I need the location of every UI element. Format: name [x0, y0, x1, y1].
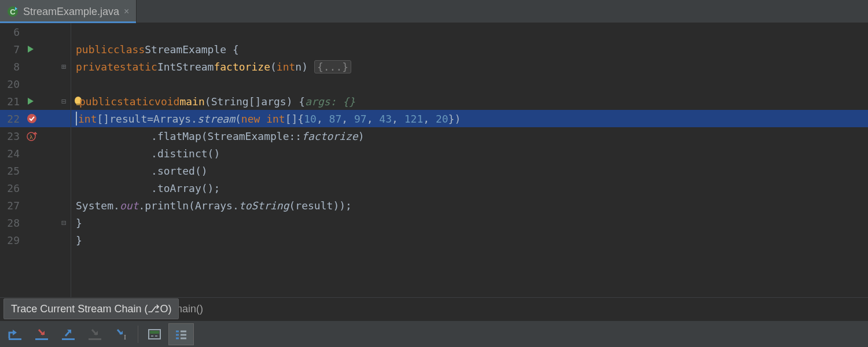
code-area[interactable]: public class StreamExample { private sta… — [71, 23, 868, 297]
tab-bar: C StreamExample.java × — [0, 0, 868, 23]
code-line: .distinct() — [71, 145, 868, 162]
line-number: 26 — [0, 182, 24, 194]
svg-marker-9 — [13, 330, 17, 335]
svg-marker-2 — [28, 46, 34, 53]
code-line: System.out.println(Arrays.toString(resul… — [71, 197, 868, 214]
lambda-gutter-icon[interactable]: λ — [27, 131, 37, 141]
code-line: public class StreamExample { — [71, 40, 868, 58]
trace-stream-chain-icon[interactable] — [168, 323, 194, 345]
line-number: 25 — [0, 165, 24, 177]
force-step-into-icon[interactable] — [82, 323, 108, 345]
code-line: private static IntStream factorize(int n… — [71, 58, 868, 75]
code-line: } — [71, 214, 868, 231]
gutter: 6 7 8⊞ 20 21⊟ 22 23λ 24 25 26 27 28⊟ 29 — [0, 23, 71, 297]
code-line: public static void main(String[] args) {… — [71, 93, 868, 110]
file-tab[interactable]: C StreamExample.java × — [0, 0, 137, 23]
line-number: 20 — [0, 78, 24, 90]
svg-marker-3 — [28, 98, 34, 105]
fold-collapse-icon[interactable]: ⊟ — [57, 97, 71, 106]
svg-text:I: I — [124, 333, 126, 341]
line-number: 6 — [0, 26, 24, 38]
toolbar-separator — [138, 326, 138, 343]
line-number: 22 — [0, 113, 24, 125]
svg-rect-12 — [35, 338, 48, 340]
step-over-icon[interactable] — [2, 323, 28, 345]
close-icon[interactable]: × — [124, 6, 129, 17]
caret — [76, 112, 77, 125]
code-line: .sorted() — [71, 162, 868, 179]
run-gutter-icon[interactable] — [27, 45, 35, 53]
line-number: 28 — [0, 217, 24, 229]
line-number: 23 — [0, 130, 24, 142]
svg-rect-16 — [89, 338, 101, 340]
code-line — [71, 23, 868, 40]
editor[interactable]: 6 7 8⊞ 20 21⊟ 22 23λ 24 25 26 27 28⊟ 29 … — [0, 23, 868, 297]
line-number: 21 — [0, 95, 24, 108]
svg-point-4 — [27, 114, 36, 123]
svg-text:λ: λ — [30, 133, 33, 140]
tooltip: Trace Current Stream Chain (⎇O) — [3, 298, 179, 319]
inlay-hint: args: {} — [305, 95, 355, 108]
code-line — [71, 75, 868, 93]
line-number: 27 — [0, 200, 24, 212]
line-number: 29 — [0, 234, 24, 246]
code-line: .flatMap(StreamExample::factorize) — [71, 127, 868, 145]
run-to-cursor-icon[interactable]: I — [109, 323, 134, 345]
run-gutter-icon[interactable] — [27, 97, 35, 105]
java-class-icon: C — [7, 6, 19, 17]
svg-rect-20 — [150, 331, 159, 334]
line-number: 8 — [0, 61, 24, 73]
code-line: .toArray(); — [71, 179, 868, 197]
evaluate-expression-icon[interactable] — [142, 323, 167, 345]
breakpoint-icon[interactable] — [27, 113, 37, 124]
line-number: 7 — [0, 43, 24, 56]
fold-expand-icon[interactable]: ⊞ — [57, 62, 71, 71]
svg-text:C: C — [10, 8, 16, 16]
step-into-icon[interactable] — [29, 323, 54, 345]
code-line: } — [71, 231, 868, 249]
tab-filename: StreamExample.java — [23, 6, 119, 18]
folded-block[interactable]: {...} — [314, 60, 351, 73]
fold-collapse-icon[interactable]: ⊟ — [57, 218, 71, 227]
line-number: 24 — [0, 147, 24, 160]
code-line-highlighted: int[] result = Arrays.stream(new int[]{1… — [71, 110, 868, 127]
svg-rect-10 — [9, 338, 21, 340]
svg-rect-14 — [62, 338, 75, 340]
debug-toolbar: I — [0, 320, 868, 347]
step-out-icon[interactable] — [56, 323, 81, 345]
